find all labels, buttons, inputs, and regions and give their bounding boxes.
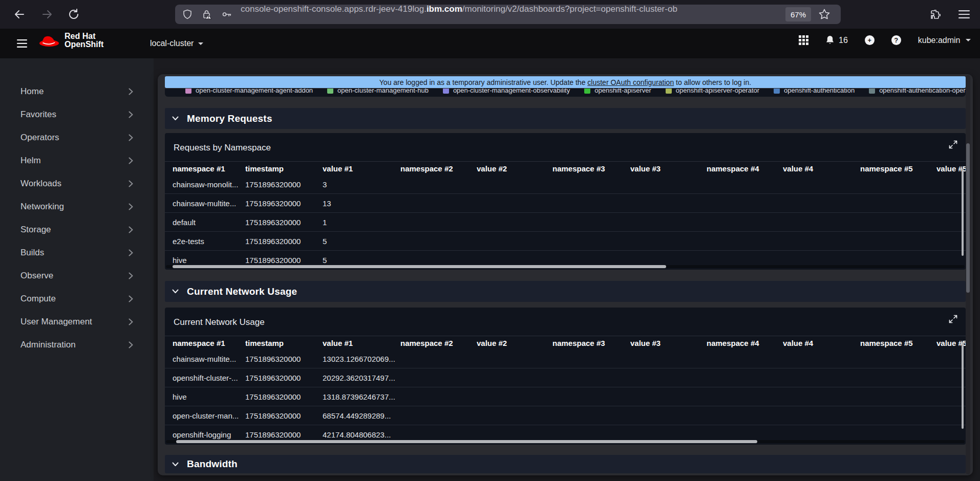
legend-item[interactable]: openshift-authentication xyxy=(774,89,855,94)
user-menu[interactable]: kube:admin xyxy=(918,36,971,45)
legend-swatch xyxy=(327,89,333,94)
table-row[interactable]: open-cluster-man... 1751896320000 68574.… xyxy=(165,406,966,425)
sidebar-item[interactable]: Observe xyxy=(0,264,154,287)
table-row[interactable]: default 1751896320000 1 xyxy=(165,213,966,232)
expand-icon[interactable] xyxy=(949,140,957,149)
section-current-network-usage[interactable]: Current Network Usage xyxy=(165,281,966,302)
notifications[interactable]: 16 xyxy=(825,35,848,45)
legend-item[interactable]: openshift-apiserver-operator xyxy=(666,89,759,94)
table-vertical-scrollbar[interactable] xyxy=(962,342,964,429)
table-horizontal-scrollbar[interactable] xyxy=(166,440,965,443)
cluster-name: local-cluster xyxy=(150,39,194,48)
table-row[interactable]: chainsaw-monolit... 1751896320000 3 xyxy=(165,175,966,194)
shield-icon[interactable] xyxy=(182,9,193,19)
table-row[interactable]: hive 1751896320000 1318.87396246737... xyxy=(165,387,966,406)
sidebar-item[interactable]: Workloads xyxy=(0,172,154,195)
help-icon[interactable]: ? xyxy=(891,35,901,45)
column-header[interactable]: value #1 xyxy=(323,339,400,347)
column-header[interactable]: namespace #4 xyxy=(707,339,783,347)
section-memory-requests[interactable]: Memory Requests xyxy=(165,108,966,129)
notification-count: 16 xyxy=(839,36,848,45)
brand-line2: OpenShift xyxy=(65,40,103,49)
column-header[interactable]: namespace #5 xyxy=(860,164,936,173)
expand-icon[interactable] xyxy=(949,315,957,323)
sidebar-item[interactable]: Networking xyxy=(0,195,154,218)
sidebar-item[interactable]: Operators xyxy=(0,126,154,149)
column-header[interactable]: value #4 xyxy=(783,339,860,347)
table-vertical-scrollbar[interactable] xyxy=(962,169,964,256)
sidebar-item[interactable]: Favorites xyxy=(0,103,154,126)
column-header[interactable]: value #3 xyxy=(630,164,707,173)
legend-item[interactable]: open-cluster-management-hub xyxy=(327,89,429,94)
column-header[interactable]: namespace #1 xyxy=(173,164,245,173)
back-icon[interactable] xyxy=(13,8,26,20)
sidebar-item-label: Workloads xyxy=(20,179,61,189)
nav-toggle-icon[interactable] xyxy=(17,39,27,48)
forward-icon[interactable] xyxy=(41,8,53,20)
chevron-down-icon[interactable] xyxy=(172,289,179,294)
browser-menu-icon[interactable] xyxy=(958,10,970,19)
table-horizontal-scrollbar[interactable] xyxy=(166,265,965,268)
sidebar-item[interactable]: Helm xyxy=(0,149,154,172)
brand-logo[interactable]: Red HatOpenShift xyxy=(39,32,103,49)
reload-icon[interactable] xyxy=(68,8,80,20)
cell-value: 13 xyxy=(323,199,400,208)
column-header[interactable]: namespace #3 xyxy=(552,339,630,347)
banner-text-after: to allow others to log in. xyxy=(674,78,751,86)
column-header[interactable]: value #2 xyxy=(477,339,552,347)
sidebar-item[interactable]: Builds xyxy=(0,241,154,264)
column-header[interactable]: namespace #2 xyxy=(400,164,477,173)
table-row[interactable]: chainsaw-multite... 1751896320000 13023.… xyxy=(165,349,966,368)
sidebar-item[interactable]: Home xyxy=(0,80,154,103)
scrollbar-thumb[interactable] xyxy=(173,265,666,268)
legend-item[interactable]: open-cluster-management-observability xyxy=(443,89,570,94)
table-row[interactable]: openshift-cluster-... 1751896320000 2029… xyxy=(165,368,966,387)
url-text[interactable]: console-openshift-console.apps.rdr-jeev-… xyxy=(241,4,778,15)
chevron-down-icon[interactable] xyxy=(172,116,179,121)
lock-warning-icon[interactable] xyxy=(202,9,212,19)
chevron-down-icon[interactable] xyxy=(172,462,179,467)
extensions-puzzle-icon[interactable] xyxy=(930,8,942,20)
column-header[interactable]: namespace #2 xyxy=(400,339,477,347)
cell-namespace: open-cluster-man... xyxy=(173,411,245,420)
column-header[interactable]: namespace #5 xyxy=(860,339,936,347)
app-launcher-icon[interactable] xyxy=(799,35,808,45)
key-icon[interactable] xyxy=(222,9,232,19)
column-header[interactable]: namespace #3 xyxy=(552,164,630,173)
scrollbar-thumb[interactable] xyxy=(966,143,970,293)
sidebar-item-label: Networking xyxy=(20,202,64,212)
legend-item[interactable]: open-cluster-management-agent-addon xyxy=(185,89,313,94)
add-circle-icon[interactable]: + xyxy=(865,35,875,45)
scrollbar-thumb[interactable] xyxy=(176,440,757,443)
column-header[interactable]: timestamp xyxy=(245,164,323,173)
column-header[interactable]: timestamp xyxy=(245,339,323,347)
column-header[interactable]: value #1 xyxy=(323,164,400,173)
column-header[interactable]: namespace #1 xyxy=(173,339,245,347)
table-row[interactable]: e2e-tests 1751896320000 5 xyxy=(165,232,966,251)
section-bandwidth[interactable]: Bandwidth xyxy=(165,455,966,473)
sidebar-item[interactable]: User Management xyxy=(0,310,154,333)
legend-item[interactable]: openshift-authentication-operator xyxy=(869,89,966,94)
sidebar-item[interactable]: Storage xyxy=(0,218,154,241)
legend-swatch xyxy=(443,89,449,94)
zoom-level-badge[interactable]: 67% xyxy=(785,7,811,21)
masthead: Red HatOpenShift local-cluster 16 + ? ku… xyxy=(0,29,980,58)
column-header[interactable]: value #2 xyxy=(477,164,552,173)
column-header[interactable]: value #3 xyxy=(630,339,707,347)
sidebar-item[interactable]: Compute xyxy=(0,287,154,310)
chevron-right-icon xyxy=(129,134,133,141)
table-row[interactable]: chainsaw-multite... 1751896320000 13 xyxy=(165,194,966,213)
redhat-fedora-icon xyxy=(39,34,59,47)
column-header[interactable]: value #4 xyxy=(783,164,860,173)
bookmark-star-icon[interactable] xyxy=(818,8,830,20)
page-vertical-scrollbar[interactable] xyxy=(966,75,970,474)
chevron-right-icon xyxy=(129,226,133,233)
cluster-selector[interactable]: local-cluster xyxy=(150,39,203,48)
column-header[interactable]: namespace #4 xyxy=(707,164,783,173)
sidebar-item[interactable]: Administration xyxy=(0,333,154,356)
legend-item[interactable]: openshift-apiserver xyxy=(584,89,651,94)
bell-icon xyxy=(825,35,835,45)
legend-swatch xyxy=(869,89,875,94)
oauth-config-link[interactable]: cluster OAuth configuration xyxy=(587,78,674,86)
card-title: Requests by Namespace xyxy=(174,143,271,153)
